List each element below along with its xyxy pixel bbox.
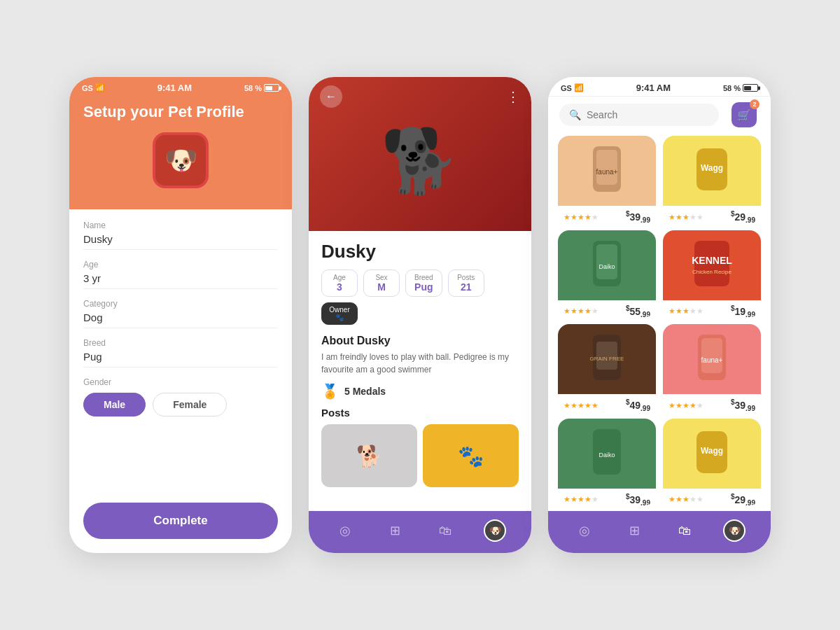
product-info-8: ★★★★★ $29.99 [663, 489, 761, 506]
hero-pug-icon: 🐕 [381, 125, 459, 198]
phone-shop: GS 📶 9:41 AM 58 % 🔍 🛒 2 [548, 77, 771, 553]
product-card-1[interactable]: fauna+ ★★★★★ $39.99 [558, 136, 656, 223]
product-image-1: fauna+ [558, 136, 656, 206]
nav-shop-3[interactable]: 🛍 [673, 519, 696, 542]
nav-explore-2[interactable]: ◎ [334, 519, 356, 542]
page-title: Setup your Pet Profile [83, 103, 244, 121]
product-grid: fauna+ ★★★★★ $39.99 Wagg ★★★★★ $29.99 [548, 136, 771, 511]
product-card-7[interactable]: Daiko ★★★★★ $39.99 [558, 419, 656, 506]
battery-fill [265, 86, 272, 90]
nav-shop-2[interactable]: 🛍 [434, 519, 456, 542]
svg-text:fauna+: fauna+ [596, 168, 618, 176]
hero-navigation: ← ⋮ [309, 77, 531, 116]
product-info-5: ★★★★★ $49.99 [558, 394, 656, 412]
cart-button[interactable]: 🛒 2 [732, 102, 757, 127]
product-info-7: ★★★★★ $39.99 [558, 489, 656, 506]
gender-male-button[interactable]: Male [83, 393, 146, 416]
stats-row: Age 3 Sex M Breed Pug Posts 21 Owner 🐾 [321, 270, 519, 325]
product-card-6[interactable]: fauna+ ★★★★★ $39.99 [663, 324, 761, 412]
status-bar-3: GS 📶 9:41 AM 58 % [548, 77, 771, 97]
avatar[interactable]: 🐶 [153, 132, 209, 188]
post-thumb-1[interactable]: 🐕 [321, 424, 417, 487]
gender-female-button[interactable]: Female [153, 393, 227, 416]
product-image-5: GRAIN FREE [558, 324, 656, 394]
product-card-2[interactable]: Wagg ★★★★★ $29.99 [663, 136, 761, 223]
profile-header: Setup your Pet Profile 🐶 [69, 96, 292, 209]
stars-8: ★★★★★ [668, 495, 704, 504]
price-3: $55.99 [626, 304, 650, 318]
age-label: Age [83, 260, 278, 270]
nav-profile-2[interactable]: 🐶 [484, 519, 506, 542]
product-image-3: Daiko [558, 230, 656, 300]
product-info-1: ★★★★★ $39.99 [558, 206, 656, 223]
nav-grid-3[interactable]: ⊞ [623, 519, 645, 542]
battery-percent-3: 58 % [723, 84, 741, 92]
owner-chip: Owner 🐾 [321, 302, 358, 325]
product-card-5[interactable]: GRAIN FREE ★★★★★ $49.99 [558, 324, 656, 412]
nav-grid-2[interactable]: ⊞ [384, 519, 406, 542]
avatar-wrap: 🐶 [83, 132, 278, 188]
price-2: $29.99 [731, 210, 755, 223]
name-label: Name [83, 220, 278, 230]
battery-icon-3 [743, 84, 758, 92]
stars-1: ★★★★★ [564, 213, 598, 222]
svg-text:Wagg: Wagg [701, 446, 723, 456]
posts-grid: 🐕 🐾 [321, 424, 519, 487]
stars-5: ★★★★★ [564, 401, 598, 410]
posts-stat-value: 21 [457, 281, 475, 293]
product-info-3: ★★★★★ $55.99 [558, 300, 656, 318]
svg-text:Daiko: Daiko [598, 263, 615, 270]
product-image-4: KENNEL Chicken Recipe [663, 230, 761, 300]
product-info-4: ★★★★★ $19.99 [663, 300, 761, 318]
svg-rect-15 [701, 338, 722, 373]
back-button[interactable]: ← [320, 85, 342, 108]
signal-text: GS [82, 84, 93, 92]
product-image-8: Wagg [663, 419, 761, 489]
name-value[interactable]: Dusky [83, 233, 278, 250]
about-text: I am freindly loves to play with ball. P… [321, 351, 519, 376]
nav-profile-3[interactable]: 🐶 [723, 519, 746, 542]
more-button[interactable]: ⋮ [506, 88, 520, 105]
profile-form: Name Dusky Age 3 yr Category Dog Breed P… [69, 209, 292, 493]
breed-label: Breed [83, 338, 278, 348]
time-display: 9:41 AM [158, 83, 192, 93]
search-bar[interactable]: 🔍 [559, 104, 719, 126]
age-stat-value: 3 [330, 281, 349, 293]
sex-stat-value: M [372, 281, 391, 293]
battery-percent: 58 % [244, 84, 262, 92]
search-section: 🔍 🛒 2 [548, 97, 771, 136]
wifi-icon: 📶 [95, 83, 105, 92]
svg-rect-1 [596, 150, 617, 185]
nav-explore-3[interactable]: ◎ [573, 519, 596, 542]
gender-field-group: Gender Male Female [83, 377, 278, 416]
product-card-4[interactable]: KENNEL Chicken Recipe ★★★★★ $19.99 [663, 230, 761, 318]
product-image-7: Daiko [558, 419, 656, 489]
gender-row: Male Female [83, 393, 278, 416]
svg-text:GRAIN FREE: GRAIN FREE [590, 356, 624, 362]
stars-6: ★★★★★ [668, 401, 704, 410]
search-input[interactable] [587, 109, 709, 120]
medal-icon: 🏅 [321, 383, 339, 400]
product-card-3[interactable]: Daiko ★★★★★ $55.99 [558, 230, 656, 318]
breed-stat: Breed Pug [405, 270, 442, 297]
price-1: $39.99 [626, 210, 650, 223]
bottom-nav-2: ◎ ⊞ 🛍 🐶 [309, 511, 531, 553]
age-value[interactable]: 3 yr [83, 272, 278, 289]
svg-text:fauna+: fauna+ [701, 356, 723, 364]
price-5: $49.99 [626, 398, 650, 412]
battery-fill-3 [744, 86, 751, 90]
product-info-6: ★★★★★ $39.99 [663, 394, 761, 412]
complete-button[interactable]: Complete [83, 503, 278, 539]
product-card-8[interactable]: Wagg ★★★★★ $29.99 [663, 419, 761, 506]
category-value[interactable]: Dog [83, 312, 278, 328]
price-6: $39.99 [731, 398, 755, 412]
age-stat-label: Age [330, 274, 349, 281]
category-label: Category [83, 299, 278, 309]
breed-value[interactable]: Pug [83, 351, 278, 368]
post-thumb-2[interactable]: 🐾 [423, 424, 519, 487]
cart-badge: 2 [750, 99, 760, 109]
status-bar-1: GS 📶 9:41 AM 58 % [69, 77, 292, 96]
posts-stat: Posts 21 [448, 270, 484, 297]
hero-image: 🐕 ← ⋮ [309, 77, 531, 231]
age-stat: Age 3 [321, 270, 358, 297]
